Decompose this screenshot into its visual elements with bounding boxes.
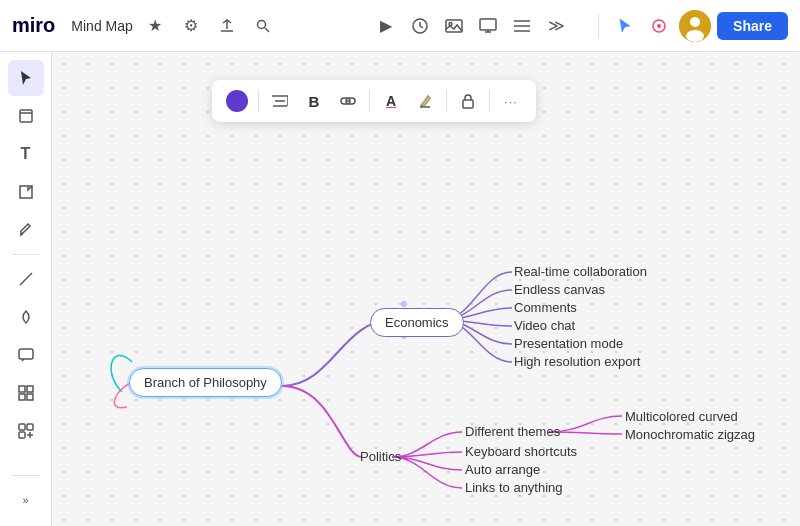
sidebar-tool-pen[interactable] (8, 212, 44, 248)
svg-rect-25 (27, 386, 33, 392)
svg-rect-28 (19, 424, 25, 430)
right-toolbar: Share (611, 10, 788, 42)
svg-rect-23 (19, 349, 33, 359)
forward-icon[interactable]: ▶ (372, 12, 400, 40)
sidebar-tool-shape[interactable] (8, 299, 44, 335)
sidebar-tool-sticky[interactable] (8, 174, 44, 210)
svg-rect-18 (20, 110, 32, 122)
align-button[interactable] (265, 86, 295, 116)
screen-icon[interactable] (474, 12, 502, 40)
left-sidebar: T (0, 52, 52, 526)
cursor-tool-icon[interactable] (611, 12, 639, 40)
timer-icon[interactable] (406, 12, 434, 40)
economics-node[interactable]: Economics (370, 308, 464, 337)
svg-rect-39 (463, 100, 473, 108)
sidebar-tool-comment[interactable] (8, 337, 44, 373)
search-icon[interactable] (249, 12, 277, 40)
sidebar-tool-frame[interactable] (8, 98, 44, 134)
svg-rect-7 (480, 19, 496, 30)
share-button[interactable]: Share (717, 12, 788, 40)
upload-icon[interactable] (213, 12, 241, 40)
svg-rect-30 (19, 432, 25, 438)
app-logo: miro (12, 14, 55, 37)
mid-toolbar: ▶ ≫ (372, 12, 570, 40)
svg-point-6 (449, 22, 452, 25)
svg-rect-26 (19, 394, 25, 400)
svg-point-40 (401, 301, 407, 307)
center-node[interactable]: Branch of Philosophy (129, 368, 282, 397)
pointer-icon[interactable] (645, 12, 673, 40)
sidebar-tool-apps[interactable] (8, 413, 44, 449)
svg-rect-27 (27, 394, 33, 400)
svg-point-17 (686, 30, 704, 42)
settings-icon[interactable]: ⚙ (177, 12, 205, 40)
lock-button[interactable] (453, 86, 483, 116)
more-options-button[interactable]: ··· (496, 86, 526, 116)
svg-rect-29 (27, 424, 33, 430)
svg-rect-24 (19, 386, 25, 392)
canvas-area[interactable]: B A (52, 52, 800, 526)
sidebar-tool-more[interactable]: » (8, 482, 44, 518)
svg-point-16 (690, 17, 700, 27)
menu-icon[interactable] (508, 12, 536, 40)
sidebar-tool-line[interactable] (8, 261, 44, 297)
sidebar-tool-grid[interactable] (8, 375, 44, 411)
svg-rect-5 (446, 20, 462, 32)
color-circle (226, 90, 248, 112)
float-toolbar: B A (212, 80, 536, 122)
text-color-button[interactable]: A (376, 86, 406, 116)
more-chevron-icon[interactable]: ≫ (542, 12, 570, 40)
sidebar-tool-text[interactable]: T (8, 136, 44, 172)
bold-button[interactable]: B (299, 86, 329, 116)
mindmap-svg (52, 52, 800, 526)
link-button[interactable] (333, 86, 363, 116)
svg-line-22 (20, 273, 32, 285)
favorite-icon[interactable]: ★ (141, 12, 169, 40)
svg-line-1 (265, 28, 269, 32)
color-picker[interactable] (222, 86, 252, 116)
svg-point-14 (657, 24, 661, 28)
document-title: Mind Map (71, 18, 132, 34)
svg-point-0 (257, 20, 265, 28)
app-toolbar: miro Mind Map ★ ⚙ ▶ (0, 0, 800, 52)
main-area: T (0, 52, 800, 526)
image-icon[interactable] (440, 12, 468, 40)
user-avatar[interactable] (679, 10, 711, 42)
sidebar-tool-cursor[interactable] (8, 60, 44, 96)
highlight-button[interactable] (410, 86, 440, 116)
svg-line-4 (420, 26, 423, 28)
